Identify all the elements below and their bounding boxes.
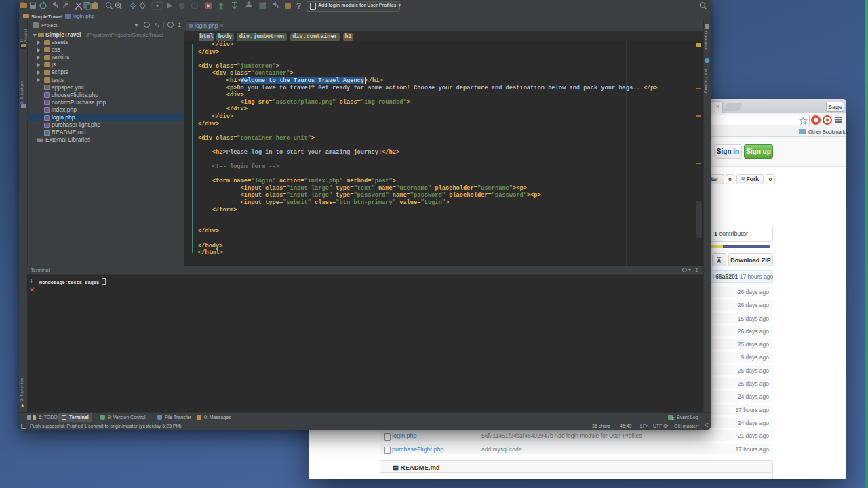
- svg-text:?: ?: [296, 1, 301, 11]
